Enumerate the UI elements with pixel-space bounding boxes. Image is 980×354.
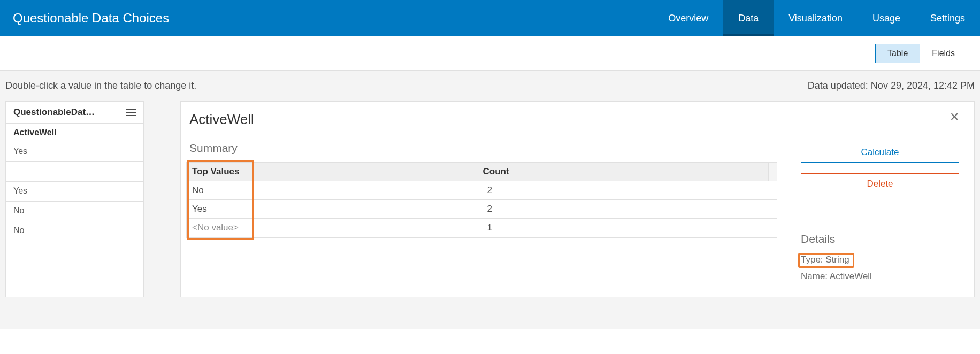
calculate-button[interactable]: Calculate [801,142,959,163]
app-title: Questionable Data Choices [13,0,653,36]
summary-row: No 2 [187,181,777,200]
table-row[interactable]: No [6,202,143,221]
summary-row: Yes 2 [187,200,777,219]
nav-overview[interactable]: Overview [653,0,723,36]
summary-table: Top Values Count No 2 Yes 2 <No value> [186,162,777,238]
field-detail-header: ActiveWell ✕ [186,111,959,128]
summary-value: No [187,181,482,199]
detail-type: Type: String [801,253,959,268]
summary-heading: Summary [186,142,777,155]
dataset-name: QuestionableDat… [13,107,95,118]
summary-count: 1 [482,219,777,237]
table-row[interactable]: Yes [6,142,143,162]
summary-header-topvalues: Top Values [187,163,478,181]
nav-settings[interactable]: Settings [915,0,980,36]
summary-count: 2 [482,200,777,218]
summary-row: <No value> 1 [187,219,777,237]
primary-nav: Overview Data Visualization Usage Settin… [653,0,980,36]
annotation-highlight-type: Type: String [798,253,854,268]
summary-section: Summary Top Values Count No 2 Yes 2 [186,142,777,282]
table-options-icon[interactable] [126,109,136,116]
details-heading: Details [801,233,959,245]
info-strip: Double-click a value in the table to cha… [0,71,980,101]
summary-value: <No value> [187,219,482,237]
delete-button[interactable]: Delete [801,173,959,194]
summary-value: Yes [187,200,482,218]
detail-type-label: Type: String [801,255,849,265]
nav-data[interactable]: Data [723,0,774,36]
actions-section: Calculate Delete Details Type: String Na… [801,142,959,282]
nav-visualization[interactable]: Visualization [774,0,858,36]
field-detail-panel: ActiveWell ✕ Summary Top Values Count No… [180,101,975,297]
data-table-header: QuestionableDat… [6,102,143,124]
toggle-fields[interactable]: Fields [920,44,967,63]
summary-count: 2 [482,181,777,199]
scrollbar-stub [768,163,777,181]
table-row[interactable]: No [6,221,143,241]
summary-header-row: Top Values Count [187,163,777,181]
close-icon[interactable]: ✕ [950,111,959,123]
table-row[interactable]: Yes [6,182,143,202]
app-header: Questionable Data Choices Overview Data … [0,0,980,36]
main-area: QuestionableDat… ActiveWell Yes Yes No N… [0,101,980,329]
summary-header-count: Count [478,163,769,181]
detail-name: Name: ActiveWell [801,271,959,282]
data-updated-label: Data updated: Nov 29, 2024, 12:42 PM [808,80,975,91]
toggle-table[interactable]: Table [875,44,920,63]
edit-hint: Double-click a value in the table to cha… [5,80,196,91]
data-table-panel: QuestionableDat… ActiveWell Yes Yes No N… [5,101,144,297]
field-title: ActiveWell [189,111,254,128]
view-toggle-group: Table Fields [875,44,967,63]
column-header-activewell[interactable]: ActiveWell [6,124,143,142]
view-toggle-bar: Table Fields [0,36,980,71]
table-row[interactable] [6,162,143,182]
field-detail-body: Summary Top Values Count No 2 Yes 2 [186,142,959,282]
nav-usage[interactable]: Usage [858,0,915,36]
